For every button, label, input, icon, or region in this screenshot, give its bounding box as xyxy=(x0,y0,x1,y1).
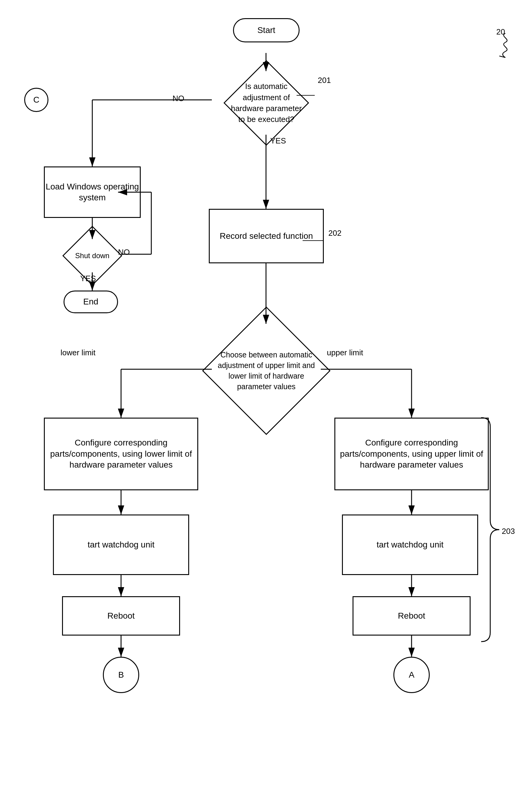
watchdog-lower-box: tart watchdog unit xyxy=(53,514,189,575)
record-function-label: Record selected function xyxy=(220,231,313,242)
shutdown-yes-label: YES xyxy=(80,274,96,283)
ref-20-squiggle xyxy=(493,30,517,60)
ref-202: 202 xyxy=(328,229,341,238)
reboot-lower-box: Reboot xyxy=(62,596,180,636)
configure-upper-box: Configure corresponding parts/components… xyxy=(334,418,489,490)
circle-a-label: A xyxy=(409,670,415,680)
circle-c-label: C xyxy=(33,95,39,105)
diamond1-yes-label: YES xyxy=(270,136,286,146)
ref-201: 201 xyxy=(318,76,331,85)
end-node: End xyxy=(63,291,118,313)
watchdog-lower-label: tart watchdog unit xyxy=(87,539,154,550)
diamond1-container: Is automatic adjustment of hardware para… xyxy=(206,70,327,136)
watchdog-upper-label: tart watchdog unit xyxy=(376,539,443,550)
diamond2-text: Choose between automatic adjustment of u… xyxy=(218,350,315,391)
circle-b-label: B xyxy=(118,670,124,680)
start-node: Start xyxy=(233,18,300,42)
flowchart-diagram: Start C 20 Is automatic adjustment of ha… xyxy=(0,0,532,812)
diamond1-text: Is automatic adjustment of hardware para… xyxy=(231,82,302,124)
start-label: Start xyxy=(257,25,275,36)
reboot-upper-label: Reboot xyxy=(398,610,425,621)
load-windows-label: Load Windows operating system xyxy=(45,181,140,203)
reboot-lower-label: Reboot xyxy=(107,610,135,621)
shutdown-diamond-text: Shut down xyxy=(75,251,109,260)
load-windows-box: Load Windows operating system xyxy=(44,166,141,218)
configure-lower-label: Configure corresponding parts/components… xyxy=(45,437,197,470)
upper-limit-label: upper limit xyxy=(327,348,363,358)
circle-c-node: C xyxy=(24,88,48,112)
configure-lower-box: Configure corresponding parts/components… xyxy=(44,418,198,490)
diamond2-container: Choose between automatic adjustment of u… xyxy=(188,321,345,421)
reboot-upper-box: Reboot xyxy=(353,596,471,636)
circle-a-node: A xyxy=(393,657,430,693)
lower-limit-label: lower limit xyxy=(60,348,96,358)
configure-upper-label: Configure corresponding parts/components… xyxy=(335,437,488,470)
watchdog-upper-box: tart watchdog unit xyxy=(342,514,478,575)
ref-203: 203 xyxy=(502,526,515,536)
ref-202-line xyxy=(303,236,330,245)
circle-b-node: B xyxy=(103,657,139,693)
end-label: End xyxy=(83,296,98,307)
diamond1-no-label: NO xyxy=(172,94,184,103)
shutdown-no-label: NO xyxy=(118,248,130,257)
